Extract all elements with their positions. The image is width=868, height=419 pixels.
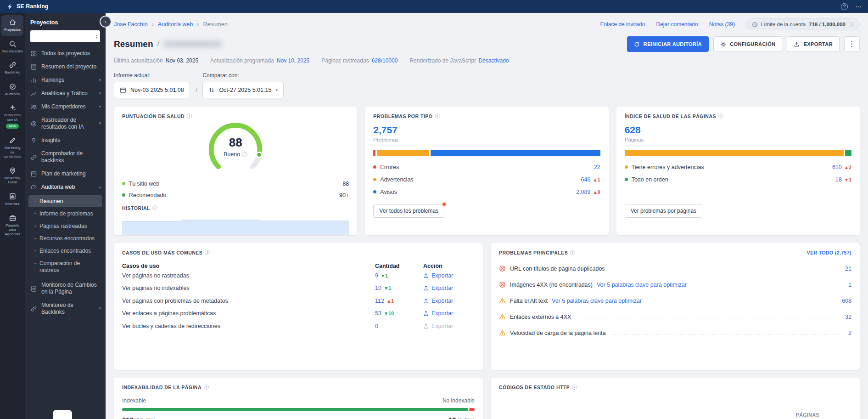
chat-widget-button[interactable]	[53, 410, 72, 419]
sidebar-subitem-informe-de-problemas[interactable]: Informe de problemas	[28, 208, 102, 220]
sidebar-item-mis-competidores[interactable]: Mis Competidores	[25, 100, 106, 113]
export-link[interactable]: Exportar	[423, 298, 475, 304]
sidebar-item-resumen-del-proyecto[interactable]: Resumen del proyecto	[25, 60, 106, 74]
rail-item-investigacion[interactable]: Investigación	[1, 37, 23, 57]
info-icon[interactable]	[572, 385, 577, 390]
sidebar-item-comprobador-backlinks[interactable]: Comprobador de backlinks	[25, 147, 106, 167]
info-icon[interactable]	[570, 250, 575, 255]
non-indexable-count[interactable]: 10	[448, 416, 456, 419]
rail-item-paquete-agencias[interactable]: Paquete para Agencias	[1, 211, 23, 240]
sidebar-item-rastreador-ia[interactable]: Rastreador de resultados con IA	[25, 113, 106, 134]
sidebar-subitem-recursos-encontrados[interactable]: Recursos encontrados	[28, 232, 102, 244]
use-case-count[interactable]: 112	[375, 298, 384, 304]
info-icon[interactable]	[204, 385, 209, 390]
export-icon	[423, 298, 429, 304]
info-icon[interactable]	[187, 113, 192, 119]
indexable-count[interactable]: 618	[122, 416, 134, 419]
card-title: Problemas principales	[499, 250, 575, 255]
settings-button[interactable]: CONFIGURACIÓN	[713, 36, 782, 52]
scheduled-update-value[interactable]: Nov 10, 2025	[277, 57, 309, 64]
health-score-card: Puntuación de salud 88 Bueno Tu sitio we…	[114, 107, 357, 235]
leave-comment-link[interactable]: Dejar comentario	[656, 21, 698, 28]
optimize-keywords-link[interactable]: Ver 5 palabras clave para optimizar	[597, 282, 687, 288]
total-pages-value[interactable]: 628	[625, 125, 851, 136]
issue-type-row: Avisos 2,089▲9	[373, 186, 600, 198]
js-rendering-value[interactable]: Desactivado	[478, 57, 509, 64]
sidebar-item-monitoreo-cambios[interactable]: Monitoreo de Cambios en la Página	[25, 278, 106, 299]
title-row: Resumen REINICIAR AUDITORÍA CONFIGURACIÓ…	[114, 36, 860, 52]
issue-count[interactable]: 2	[848, 330, 851, 336]
project-select[interactable]	[30, 30, 100, 42]
help-icon[interactable]	[841, 3, 848, 10]
notices-bar-segment[interactable]	[431, 150, 600, 156]
info-icon[interactable]	[242, 152, 247, 157]
export-link[interactable]: Exportar	[423, 272, 475, 279]
info-icon[interactable]	[205, 250, 210, 255]
view-all-issues-button[interactable]: Ver todos los problemas	[373, 204, 444, 218]
issue-count[interactable]: 21	[845, 266, 851, 272]
use-case-count[interactable]: 10	[375, 285, 381, 291]
sidebar-subitem-paginas-rastreadas[interactable]: Páginas rastreadas	[28, 220, 102, 232]
non-indexable-segment[interactable]	[469, 408, 475, 411]
rail-item-informes[interactable]: Informes	[1, 189, 23, 210]
sidebar-subitem-enlaces-encontrados[interactable]: Enlaces encontrados	[28, 245, 102, 257]
account-limit-pill[interactable]: Límite de la cuenta 718 / 1,000,000	[746, 18, 860, 30]
collapse-panel-button[interactable]	[101, 17, 111, 27]
pages-with-issues-segment[interactable]	[625, 150, 844, 156]
errors-count[interactable]: 22	[594, 164, 600, 170]
issue-count[interactable]: 32	[845, 314, 851, 320]
info-icon[interactable]	[152, 205, 157, 210]
use-case-count[interactable]: 53	[375, 310, 381, 317]
sidebar-item-auditoria-web[interactable]: Auditoría web	[25, 181, 106, 194]
export-link[interactable]: Exportar	[423, 310, 475, 317]
sidebar-item-rankings[interactable]: Rankings	[25, 74, 106, 87]
indexable-segment[interactable]	[122, 408, 468, 411]
pages-ok-segment[interactable]	[845, 150, 851, 156]
breadcrumb-project[interactable]: Jose Facchin	[114, 21, 158, 28]
pages-crawled-value[interactable]: 628/10000	[372, 57, 398, 64]
dotted-leader	[612, 334, 843, 334]
view-all-link[interactable]: VER TODO (2,757)	[807, 250, 851, 255]
warnings-bar-segment[interactable]	[377, 150, 429, 156]
sidebar-item-analiticas-trafico[interactable]: Analíticas y Tráfico	[25, 87, 106, 100]
notices-count[interactable]: 2,089	[576, 189, 590, 195]
sidebar-subitem-resumen[interactable]: Resumen	[28, 195, 102, 207]
info-icon[interactable]	[435, 113, 440, 119]
breadcrumb-current: Resumen	[203, 21, 228, 28]
sidebar-item-plan-de-marketing[interactable]: Plan de marketing	[25, 167, 106, 181]
export-button[interactable]: EXPORTAR	[787, 36, 840, 52]
rail-item-auditoria[interactable]: Auditoría	[1, 79, 23, 100]
rail-item-marketing-contenidos[interactable]: Marketing de contenidos	[1, 133, 23, 163]
rail-item-backlinks[interactable]: Backlinks	[1, 58, 23, 79]
rail-item-proyectos[interactable]: Proyectos	[1, 15, 23, 36]
info-icon[interactable]	[718, 113, 723, 119]
issues-by-type-card: Problemas por tipo 2,757 Problemas Error…	[365, 107, 608, 235]
use-case-count[interactable]: 0	[375, 323, 378, 329]
pages-ok-count[interactable]: 18	[835, 176, 842, 183]
rail-item-busqueda-ia[interactable]: Búsqueda con IA New	[1, 101, 23, 132]
notes-link[interactable]: Notas (39)	[709, 21, 735, 28]
view-issues-by-pages-button[interactable]: Ver problemas por páginas	[625, 204, 702, 218]
errors-bar-segment[interactable]	[373, 150, 375, 156]
export-link[interactable]: Exportar	[423, 285, 475, 291]
topbar-more-icon[interactable]	[855, 3, 862, 10]
issue-count[interactable]: 608	[842, 298, 851, 304]
issue-count[interactable]: 1	[848, 282, 851, 288]
guest-link[interactable]: Enlace de invitado	[600, 21, 645, 28]
use-case-count[interactable]: 9	[375, 272, 378, 279]
pages-with-issues-count[interactable]: 610	[832, 164, 842, 170]
warnings-count[interactable]: 646	[581, 176, 591, 183]
compare-report-picker[interactable]: Oct-27 2025 5:01:15	[202, 82, 284, 98]
sidebar-item-monitoreo-backlinks[interactable]: Monitoreo de Backlinks	[25, 299, 106, 319]
restart-audit-button[interactable]: REINICIAR AUDITORÍA	[627, 36, 709, 52]
sidebar-item-insights[interactable]: Insights	[25, 134, 106, 147]
breadcrumb-section[interactable]: Auditoría web	[158, 21, 203, 28]
se-ranking-logo	[6, 3, 13, 10]
total-issues-value[interactable]: 2,757	[373, 125, 600, 136]
current-report-picker[interactable]: Nov-03 2025 5:01:08	[114, 82, 190, 98]
sidebar-item-todos-los-proyectos[interactable]: Todos los proyectos	[25, 47, 106, 60]
rail-item-marketing-local[interactable]: Marketing Local	[1, 164, 23, 188]
sidebar-subitem-comparacion-de-rastreos[interactable]: Comparación de rastreos	[28, 257, 102, 276]
more-options-button[interactable]	[844, 36, 860, 52]
optimize-keywords-link[interactable]: Ver 5 palabras clave para optimizar	[552, 298, 642, 304]
